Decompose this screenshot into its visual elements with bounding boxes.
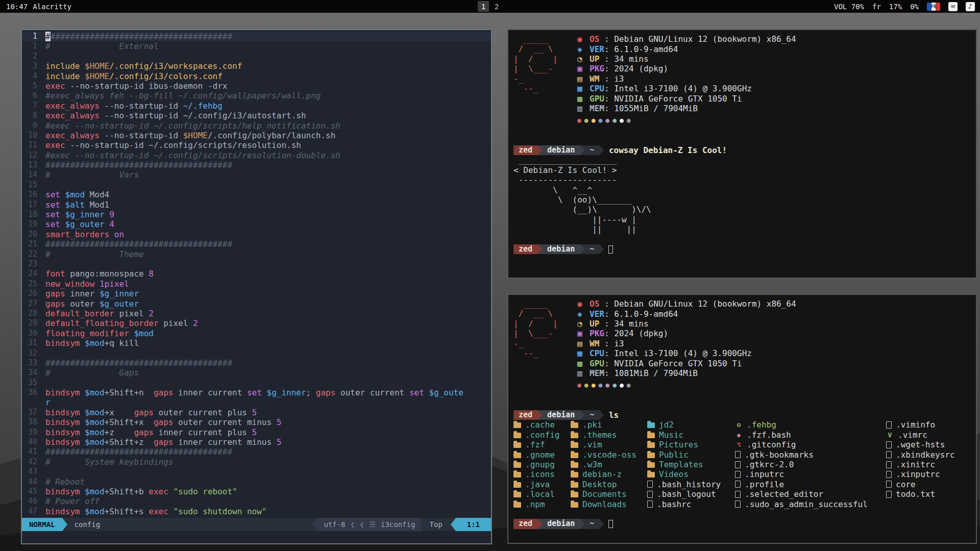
prompt-line: zeddebian~ ls: [513, 410, 971, 420]
line-number: 34: [22, 368, 45, 378]
editor-line: 32: [22, 348, 491, 358]
code-text: bindsym $mod+Shift+z gaps inner current …: [45, 437, 281, 447]
folder-icon: [647, 453, 655, 458]
packages-icon: ▣: [577, 329, 590, 338]
editor-line: 33######################################: [22, 358, 491, 368]
line-number: 33: [22, 358, 45, 368]
color-dot: ●: [598, 381, 602, 389]
editor-line: 35: [22, 378, 491, 388]
file-item: .profile: [735, 480, 886, 489]
terminal-window-bottom[interactable]: _____ / __ \ | / | | \___- -_ --_◉OS: De…: [507, 294, 977, 544]
file-name: Documents: [582, 489, 627, 499]
fr-flag-icon[interactable]: FR: [927, 3, 940, 11]
info-line: ▤WM: i3: [577, 74, 796, 84]
prompt-host: debian: [542, 145, 580, 155]
folder-icon: [647, 442, 655, 448]
folder-icon: [571, 422, 578, 428]
wm-monitor-icon: ▤: [577, 339, 590, 348]
color-dot: ●: [592, 381, 596, 389]
info-separator: :: [604, 34, 614, 44]
editor-line: r: [22, 397, 491, 407]
line-number: 5: [22, 81, 45, 91]
keyboard-icon[interactable]: ⌨: [948, 2, 958, 11]
color-dot: ●: [605, 116, 609, 124]
color-dot: ●: [620, 381, 624, 389]
file-name: .vscode-oss: [582, 450, 636, 460]
filetype-label: i3config: [381, 520, 415, 529]
speaker-icon[interactable]: ♪: [966, 2, 975, 11]
prompt-path: ~: [584, 410, 599, 420]
memory-icon: ▥: [577, 104, 590, 113]
workspace-button-2[interactable]: 2: [491, 1, 502, 12]
vim-mode-badge: NORMAL: [22, 518, 62, 531]
prompt-host: debian: [542, 410, 580, 420]
info-label: VER: [590, 309, 604, 319]
terminal-palette-dots: ●●●●●●●●: [577, 379, 796, 390]
editor-line: 43: [22, 467, 491, 477]
file-item: ⌥.gitconfig: [735, 440, 886, 449]
prompt-line: zeddebian~: [513, 244, 971, 254]
info-line: ▥MEM: 1081MiB / 7904MiB: [577, 368, 796, 378]
line-number: 10: [22, 131, 45, 140]
vim-editor-window[interactable]: 1######################################1…: [21, 29, 492, 544]
info-label: WM: [590, 74, 604, 84]
code-text: ######################################: [45, 447, 232, 457]
debian-ascii-logo: _____ / __ \ | / | | \___- -_ --_: [513, 299, 577, 390]
editor-line: 47bindsym $mod+Shift+s exec "sudo shutdo…: [22, 507, 491, 516]
folder-item: Documents: [571, 489, 647, 499]
blank-line: [513, 509, 971, 519]
file-column: ⚙.fehbg◆.fzf.bash⌥.gitconfig.gtk-bookmar…: [735, 420, 886, 509]
editor-line: 31bindsym $mod+q kill: [22, 338, 491, 348]
info-value: 1055MiB / 7904MiB: [614, 104, 698, 113]
terminal-content[interactable]: _____ / __ \ | / | | \___- -_ --_◉OS: De…: [508, 30, 976, 258]
terminal-window-top[interactable]: _____ / __ \ | / | | \___- -_ --_◉OS: De…: [507, 29, 977, 279]
workspace-button-1[interactable]: 1: [478, 1, 489, 12]
powerline-separator-icon: [62, 518, 67, 531]
line-number: 4: [22, 71, 45, 81]
file-name: Desktop: [582, 480, 617, 489]
editor-line: 1# External: [22, 41, 491, 51]
volume-indicator[interactable]: VOL 70%: [834, 3, 864, 11]
editor-line: 37bindsym $mod+x gaps outer current plus…: [22, 408, 491, 417]
info-line: ▦CPU: Intel i3-7100 (4) @ 3.900GHz: [577, 348, 796, 358]
info-line: ▩GPU: NVIDIA GeForce GTX 1050 Ti: [577, 358, 796, 368]
info-label: UP: [590, 319, 604, 329]
keyboard-layout-indicator[interactable]: fr: [872, 3, 881, 11]
folder-item: .pki: [571, 420, 647, 430]
file-icon: [886, 421, 892, 429]
code-text: #exec --no-startup-id ~/.config/scripts/…: [45, 151, 340, 160]
line-number: 12: [22, 151, 45, 160]
line-number: 16: [22, 190, 45, 199]
folder-item: .gnome: [513, 449, 571, 459]
editor-text-area[interactable]: 1######################################1…: [22, 30, 491, 518]
editor-line: 8exec_always --no-startup-id ~/.config/i…: [22, 111, 491, 120]
file-icon: [735, 471, 741, 478]
code-text: bindsym $mod+x gaps outer current plus 5: [45, 408, 257, 417]
editor-line: 29default_floating_border pixel 2: [22, 318, 491, 328]
file-icon: [886, 481, 892, 488]
folder-item: .fzf: [513, 440, 571, 449]
folder-icon: [647, 472, 655, 478]
editor-line: 22# Theme: [22, 249, 491, 259]
code-text: ######################################: [45, 358, 232, 368]
editor-line: 40bindsym $mod+Shift+z gaps inner curren…: [22, 437, 491, 447]
file-item: .xbindkeysrc: [886, 449, 973, 459]
powerline-arrow-icon: [580, 410, 584, 420]
terminal-content[interactable]: _____ / __ \ | / | | \___- -_ --_◉OS: De…: [508, 295, 976, 533]
scroll-position-label: Top: [429, 520, 442, 529]
code-text: bindsym $mod+z gaps inner current plus 5: [45, 428, 257, 437]
system-info: ◉OS: Debian GNU/Linux 12 (bookworm) x86_…: [577, 299, 796, 390]
info-value: 6.1.0-9-amd64: [614, 309, 678, 319]
info-value: NVIDIA GeForce GTX 1050 Ti: [614, 94, 742, 104]
line-number: 17: [22, 200, 45, 210]
line-number: 41: [22, 447, 45, 457]
folder-item: .vscode-oss: [571, 449, 647, 459]
vim-command-line: [22, 531, 491, 543]
info-value: 6.1.0-9-amd64: [614, 44, 678, 54]
chevron-left-icon: ❮: [360, 520, 364, 529]
editor-line: 36bindsym $mod+Shift+n gaps inner curren…: [22, 388, 491, 397]
file-icon: [735, 500, 741, 508]
file-icon: [735, 461, 741, 468]
editor-line: 21######################################: [22, 239, 491, 249]
git-icon: ⌥: [735, 441, 743, 448]
